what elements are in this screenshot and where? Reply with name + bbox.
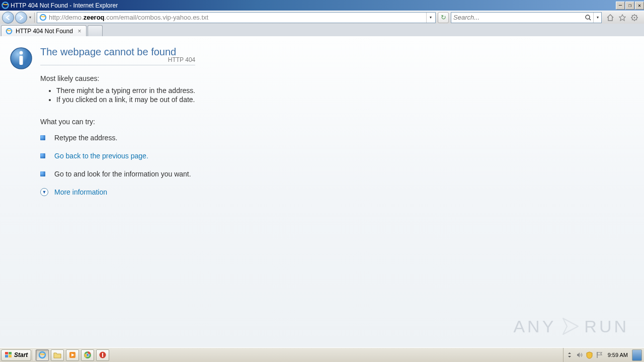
suggestion-text: Retype the address. [54,134,117,142]
taskbar-chrome-button[interactable] [81,349,94,361]
volume-icon[interactable] [576,351,584,359]
svg-point-5 [634,17,635,18]
svg-point-8 [20,51,23,55]
taskbar-media-button[interactable] [66,349,79,361]
more-info-row[interactable]: ▼ More information [40,188,195,196]
taskbar: Start 9:59 AM [0,347,644,362]
more-info-link[interactable]: More information [54,188,107,196]
svg-point-6 [7,28,12,34]
tab-title: HTTP 404 Not Found [16,28,73,35]
bullet-icon [40,153,45,158]
tab-close-button[interactable]: × [76,28,83,35]
close-button[interactable]: ✕ [635,2,644,10]
window-titlebar: HTTP 404 Not Found - Internet Explorer ─… [0,0,644,11]
favorites-icon[interactable] [618,13,627,22]
cause-item: There might be a typing error in the add… [56,86,195,95]
svg-point-15 [39,352,45,358]
expand-icon[interactable]: ▼ [40,188,48,196]
causes-header: Most likely causes: [40,74,195,82]
taskbar-separator [34,349,34,360]
svg-line-3 [589,19,591,20]
svg-rect-14 [9,355,12,357]
address-dropdown-icon[interactable]: ▾ [426,13,434,23]
taskbar-ie-button[interactable] [36,349,49,361]
toolbar-separator [34,13,35,23]
windows-flag-icon [5,351,13,358]
watermark: ANY RUN [513,315,629,337]
search-box[interactable]: ▾ [451,12,602,23]
try-header: What you can try: [40,118,195,126]
address-bar[interactable]: http://demo.zeeroq.com/email/combos.vip-… [37,12,436,23]
search-button[interactable] [583,13,593,23]
tray-expand-icon[interactable] [566,351,574,359]
bullet-icon [40,171,45,176]
back-button[interactable] [2,12,14,24]
new-tab-button[interactable] [88,25,103,36]
suggestion-text: Go to and look for the information you w… [54,170,191,178]
maximize-button[interactable]: ❐ [625,2,634,10]
page-content: The webpage cannot be found HTTP 404 Mos… [0,36,644,347]
refresh-button[interactable]: ↻ [438,12,449,23]
flag-icon[interactable] [596,351,604,359]
suggestion-item: Go back to the previous page. [40,152,195,160]
taskbar-explorer-button[interactable] [51,349,64,361]
clock[interactable]: 9:59 AM [606,352,630,358]
minimize-button[interactable]: ─ [616,2,625,10]
svg-rect-13 [5,355,8,357]
svg-rect-22 [102,353,103,357]
url-text[interactable]: http://demo.zeeroq.com/email/combos.vip-… [47,14,426,21]
search-dropdown-icon[interactable]: ▾ [593,13,601,23]
divider: HTTP 404 [40,65,195,65]
refresh-icon: ↻ [441,14,446,21]
svg-point-0 [2,2,8,8]
browser-toolbar: ▾ http://demo.zeeroq.com/email/combos.vi… [0,11,644,24]
svg-point-1 [40,15,45,20]
suggestion-item: Go to and look for the information you w… [40,170,195,178]
tab-bar: HTTP 404 Not Found × [0,24,644,36]
home-icon[interactable] [606,13,615,22]
window-title: HTTP 404 Not Found - Internet Explorer [11,2,118,9]
cause-item: If you clicked on a link, it may be out … [56,96,195,104]
info-icon [9,46,33,70]
shield-icon[interactable] [586,351,594,359]
bullet-icon [40,135,45,140]
start-label: Start [14,351,28,358]
svg-marker-10 [563,318,578,334]
svg-rect-11 [5,352,8,354]
http-code: HTTP 404 [168,56,195,63]
svg-rect-12 [9,352,12,354]
tools-icon[interactable] [630,13,639,22]
causes-list: There might be a typing error in the add… [56,86,195,104]
tab-page-icon [5,27,14,36]
show-desktop-button[interactable] [632,349,642,361]
system-tray: 9:59 AM [563,348,644,362]
taskbar-app-button[interactable] [96,349,109,361]
svg-point-2 [586,15,590,19]
go-back-link[interactable]: Go back to the previous page. [54,152,148,160]
search-input[interactable] [451,14,583,21]
ie-icon [1,2,9,10]
page-icon [38,13,47,22]
forward-button[interactable] [15,12,27,24]
tab-active[interactable]: HTTP 404 Not Found × [1,25,87,36]
history-dropdown-icon[interactable]: ▾ [28,15,32,20]
start-button[interactable]: Start [1,349,31,361]
suggestion-item: Retype the address. [40,134,195,142]
svg-rect-9 [20,56,23,65]
